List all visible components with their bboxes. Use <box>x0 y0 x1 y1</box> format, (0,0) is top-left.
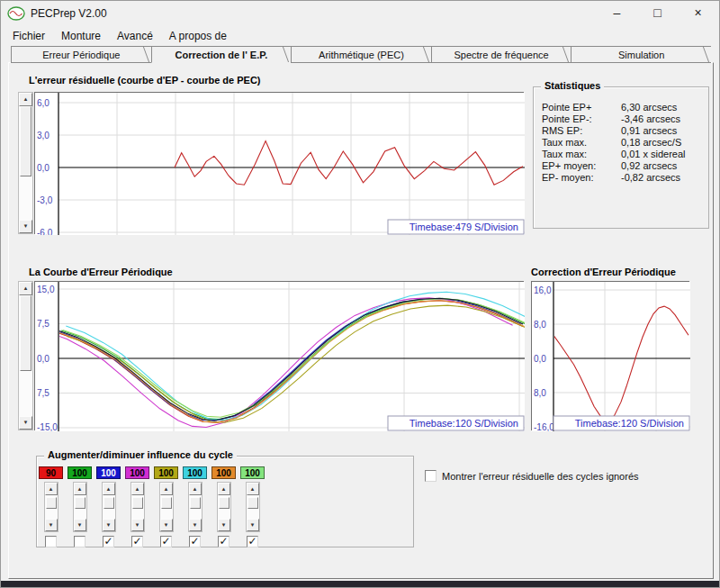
cycle-enable-checkbox[interactable]: ✓ <box>131 536 143 547</box>
spinner-thumb[interactable] <box>161 497 172 509</box>
spinner-thumb[interactable] <box>248 497 258 509</box>
residual-chart: 6,03,00,0-3,0-6,0Timebase:479 S/Division <box>34 92 524 234</box>
menu-item-monture[interactable]: Monture <box>53 27 109 45</box>
spinner-up-icon[interactable]: ▲ <box>131 483 144 495</box>
residual-vscrollbar[interactable]: ▲ ▼ <box>18 92 33 234</box>
timebase-label: Timebase:120 S/Division <box>410 418 518 429</box>
spinner-down-icon[interactable]: ▼ <box>247 519 259 531</box>
cycle-weight-spinner[interactable]: ▲▼ <box>217 482 231 532</box>
scroll-up-icon[interactable]: ▲ <box>19 93 32 106</box>
stat-row: EP+ moyen:0,92 arcsecs <box>542 160 708 172</box>
spinner-up-icon[interactable]: ▲ <box>189 483 202 495</box>
spinner-down-icon[interactable]: ▼ <box>189 519 202 531</box>
cycle-enable-checkbox[interactable] <box>74 536 86 547</box>
cycle-weight-spinner[interactable]: ▲▼ <box>188 482 202 532</box>
spinner-up-icon[interactable]: ▲ <box>247 483 259 495</box>
statistics-title: Statistiques <box>541 80 604 91</box>
cycle-weight-value: 100 <box>183 466 207 479</box>
menu-item-a-propos[interactable]: A propos de <box>161 27 235 45</box>
spinner-up-icon[interactable]: ▲ <box>218 483 230 495</box>
stat-row: Taux max.0,18 arcsec/S <box>542 137 708 149</box>
stat-label: RMS EP: <box>542 125 621 137</box>
scrollbar-thumb[interactable] <box>20 295 32 371</box>
tab-3[interactable]: Arithmétique (PEC) <box>291 46 431 63</box>
cycle-weight-value: 100 <box>68 466 92 479</box>
cycle-weight-value: 100 <box>125 466 149 479</box>
cycle-enable-checkbox[interactable] <box>45 536 57 547</box>
stat-value: 0,92 arcsecs <box>621 160 677 172</box>
app-icon <box>7 6 25 21</box>
stat-label: Taux max: <box>542 149 621 160</box>
window-controls: – □ × <box>597 1 718 26</box>
stat-value: 0,01 x sidereal <box>621 149 686 160</box>
cycle-weight-spinner[interactable]: ▲▼ <box>246 482 260 532</box>
stat-row: EP- moyen:-0,82 arcsecs <box>542 172 708 184</box>
stat-row: Pointe EP+6,30 arcsecs <box>542 102 708 113</box>
spinner-down-icon[interactable]: ▼ <box>45 519 58 531</box>
y-tick-label: 7,5 <box>37 388 50 398</box>
tab-2[interactable]: Correction de l' E.P. <box>151 46 292 63</box>
cycle-column-8: 100▲▼✓ <box>240 466 265 547</box>
y-tick-label: 6,0 <box>37 98 50 108</box>
statistics-panel: Statistiques Pointe EP+6,30 arcsecsPoint… <box>533 86 709 229</box>
cycle-enable-checkbox[interactable]: ✓ <box>189 536 201 547</box>
window-bottom-border <box>1 581 719 587</box>
minimize-button[interactable]: – <box>597 1 637 26</box>
spinner-up-icon[interactable]: ▲ <box>103 483 115 495</box>
cycle-enable-checkbox[interactable]: ✓ <box>103 536 114 547</box>
spinner-thumb[interactable] <box>75 497 86 509</box>
stat-row: Taux max:0,01 x sidereal <box>542 149 708 160</box>
tab-4[interactable]: Spectre de fréquence <box>431 46 572 63</box>
cycle-columns: 90▲▼100▲▼100▲▼✓100▲▼✓100▲▼✓100▲▼✓100▲▼✓1… <box>37 457 413 547</box>
y-tick-label: 7,5 <box>37 319 50 329</box>
spinner-down-icon[interactable]: ▼ <box>218 519 230 531</box>
spinner-down-icon[interactable]: ▼ <box>131 519 144 531</box>
cycle-column-6: 100▲▼✓ <box>183 466 207 547</box>
show-ignored-checkbox[interactable] <box>425 470 436 482</box>
window-title: PECPrep V2.00 <box>31 7 107 20</box>
cycle-column-5: 100▲▼✓ <box>154 466 178 547</box>
scroll-down-icon[interactable]: ▼ <box>19 220 32 233</box>
cycle-weight-value: 100 <box>212 466 236 479</box>
scroll-up-icon[interactable]: ▲ <box>19 282 32 295</box>
cycle-weight-spinner[interactable]: ▲▼ <box>44 482 58 532</box>
maximize-button[interactable]: □ <box>637 1 678 26</box>
cycle-enable-checkbox[interactable]: ✓ <box>218 536 230 547</box>
y-tick-label: -3,0 <box>37 195 53 205</box>
spinner-down-icon[interactable]: ▼ <box>103 519 115 531</box>
scroll-down-icon[interactable]: ▼ <box>19 416 32 430</box>
cycle-weight-spinner[interactable]: ▲▼ <box>130 482 145 532</box>
menu-item-fichier[interactable]: Fichier <box>4 27 53 45</box>
spinner-down-icon[interactable]: ▼ <box>74 519 86 531</box>
spinner-thumb[interactable] <box>219 497 230 509</box>
tab-5[interactable]: Simulation <box>571 46 711 63</box>
scrollbar-thumb[interactable] <box>20 106 32 176</box>
cycle-weight-spinner[interactable]: ▲▼ <box>73 482 87 532</box>
stat-row: RMS EP:0,91 arcsecs <box>542 125 708 137</box>
show-ignored-label: Montrer l'erreur résiduelle des cycles i… <box>442 471 639 482</box>
cycle-enable-checkbox[interactable]: ✓ <box>247 536 258 547</box>
stat-label: Pointe EP+ <box>542 102 621 113</box>
tab-1[interactable]: Erreur Périodique <box>11 46 151 63</box>
spinner-up-icon[interactable]: ▲ <box>160 483 173 495</box>
cycle-column-1: 90▲▼ <box>39 466 63 547</box>
menu-item-avance[interactable]: Avancé <box>109 27 161 45</box>
cycle-weight-spinner[interactable]: ▲▼ <box>159 482 174 532</box>
cycle-weight-spinner[interactable]: ▲▼ <box>102 482 116 532</box>
spinner-up-icon[interactable]: ▲ <box>45 483 58 495</box>
spinner-thumb[interactable] <box>132 497 143 509</box>
cycle-column-2: 100▲▼ <box>68 466 92 547</box>
cycle-weight-value: 100 <box>154 466 178 479</box>
spinner-thumb[interactable] <box>46 497 57 509</box>
spinner-thumb[interactable] <box>104 497 114 509</box>
cycle-enable-checkbox[interactable]: ✓ <box>160 536 172 547</box>
spinner-down-icon[interactable]: ▼ <box>160 519 173 531</box>
spinner-up-icon[interactable]: ▲ <box>74 483 86 495</box>
ep-vscrollbar[interactable]: ▲ ▼ <box>18 281 33 430</box>
close-button[interactable]: × <box>678 1 718 26</box>
stat-value: 0,18 arcsec/S <box>621 137 681 149</box>
residual-chart-title: L'erreur résiduelle (courbe d'EP - courb… <box>29 75 261 86</box>
cycle-weight-value: 90 <box>39 466 63 479</box>
spinner-thumb[interactable] <box>190 497 201 509</box>
title-bar: PECPrep V2.00 – □ × <box>1 1 719 26</box>
